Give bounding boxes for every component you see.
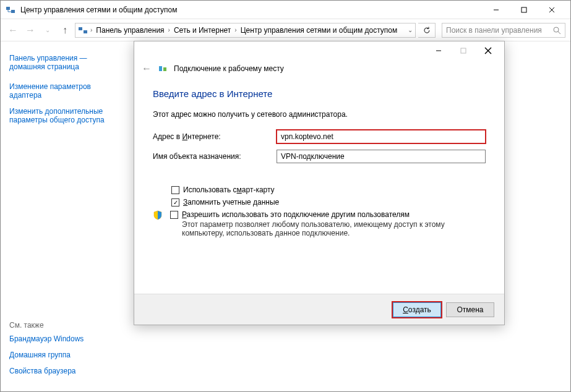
- sidebar-link-adapter-settings[interactable]: Изменение параметров адаптера: [9, 82, 115, 100]
- svg-rect-14: [159, 66, 162, 71]
- svg-point-8: [554, 27, 559, 32]
- sidebar-link-homegroup[interactable]: Домашняя группа: [9, 351, 121, 359]
- minimize-button[interactable]: [482, 1, 510, 19]
- search-placeholder: Поиск в панели управления: [446, 26, 552, 35]
- breadcrumb-segment[interactable]: Центр управления сетями и общим доступом: [238, 23, 400, 37]
- svg-rect-0: [6, 7, 10, 10]
- sidebar-link-firewall[interactable]: Брандмауэр Windows: [9, 334, 121, 343]
- vpn-wizard-dialog: ← Подключение к рабочему месту Введите а…: [134, 41, 505, 325]
- nav-history-dropdown[interactable]: ⌄: [40, 23, 55, 38]
- sidebar-link-sharing-settings[interactable]: Изменить дополнительные параметры общего…: [9, 107, 115, 124]
- chevron-right-icon[interactable]: ›: [90, 27, 92, 33]
- see-also-header: См. также: [9, 321, 121, 330]
- breadcrumb-segment[interactable]: Сеть и Интернет: [171, 23, 233, 37]
- cancel-button[interactable]: Отмена: [446, 302, 494, 317]
- allow-others-checkbox-row: Разрешить использовать это подключение д…: [153, 210, 486, 237]
- destination-name-row: Имя объекта назначения:: [153, 150, 486, 163]
- dialog-back-button[interactable]: ←: [142, 63, 152, 74]
- nav-up-button[interactable]: ↑: [58, 23, 72, 38]
- remember-credentials-label: Запомнить учетные данные: [183, 198, 486, 207]
- dialog-title: Введите адрес в Интернете: [153, 88, 486, 99]
- svg-line-9: [558, 32, 560, 34]
- sidebar-link-internet-options[interactable]: Свойства браузера: [9, 367, 121, 375]
- internet-address-row: Адрес в Интернете:: [153, 130, 486, 143]
- dialog-footer: Создать Отмена: [134, 294, 504, 325]
- window-titlebar: Центр управления сетями и общим доступом: [1, 1, 570, 19]
- window-title: Центр управления сетями и общим доступом: [20, 6, 482, 14]
- sidebar-home-link[interactable]: Панель управления — домашняя страница: [9, 54, 115, 71]
- smartcard-checkbox[interactable]: [171, 186, 179, 194]
- navigation-bar: ← → ⌄ ↑ › Панель управления › Сеть и Инт…: [1, 19, 570, 41]
- chevron-down-icon[interactable]: ⌄: [408, 27, 413, 33]
- allow-others-checkbox[interactable]: [170, 211, 178, 219]
- sidebar: Панель управления — домашняя страница Из…: [1, 41, 124, 391]
- svg-rect-1: [11, 10, 15, 13]
- breadcrumb[interactable]: › Панель управления › Сеть и Интернет › …: [75, 23, 416, 38]
- search-input[interactable]: Поиск в панели управления: [442, 23, 565, 38]
- dialog-subheader-title: Подключение к рабочему месту: [174, 64, 284, 73]
- remember-credentials-checkbox[interactable]: [171, 198, 179, 207]
- refresh-button[interactable]: [418, 23, 436, 38]
- dialog-minimize-button[interactable]: [426, 43, 451, 58]
- sidebar-see-also: См. также Брандмауэр Windows Домашняя гр…: [9, 321, 121, 383]
- destination-name-label: Имя объекта назначения:: [153, 152, 277, 161]
- dialog-maximize-button: [451, 43, 476, 58]
- close-button[interactable]: [538, 1, 565, 19]
- svg-rect-3: [522, 7, 526, 12]
- dialog-body: Введите адрес в Интернете Этот адрес мож…: [134, 77, 504, 294]
- dialog-subheader: ← Подключение к рабочему месту: [134, 60, 504, 77]
- nav-forward-button[interactable]: →: [23, 23, 38, 38]
- svg-rect-11: [461, 48, 466, 53]
- breadcrumb-segment[interactable]: Панель управления: [93, 23, 166, 37]
- svg-rect-7: [84, 30, 87, 33]
- uac-shield-icon: [153, 210, 163, 220]
- remember-credentials-checkbox-row: Запомнить учетные данные: [171, 198, 486, 207]
- smartcard-label: Использовать смарт-карту: [183, 185, 486, 194]
- nav-back-button[interactable]: ←: [6, 23, 20, 38]
- network-center-icon: [78, 25, 88, 35]
- internet-address-label: Адрес в Интернете:: [153, 132, 277, 141]
- chevron-right-icon[interactable]: ›: [234, 27, 236, 33]
- dialog-description: Этот адрес можно получить у сетевого адм…: [153, 110, 486, 119]
- internet-address-input[interactable]: [277, 130, 486, 143]
- destination-name-input[interactable]: [277, 150, 486, 163]
- svg-rect-6: [79, 27, 82, 30]
- chevron-right-icon[interactable]: ›: [168, 27, 170, 33]
- allow-others-description: Этот параметр позволяет любому пользоват…: [182, 220, 486, 237]
- workplace-connection-icon: [158, 64, 168, 74]
- dialog-close-button[interactable]: [476, 43, 500, 58]
- network-center-icon: [6, 5, 15, 15]
- create-button[interactable]: Создать: [393, 302, 441, 317]
- smartcard-checkbox-row: Использовать смарт-карту: [171, 185, 486, 194]
- maximize-button[interactable]: [510, 1, 538, 19]
- search-icon: [552, 26, 561, 35]
- svg-rect-15: [163, 67, 166, 71]
- allow-others-label: Разрешить использовать это подключение д…: [182, 210, 486, 219]
- dialog-titlebar: [134, 41, 504, 60]
